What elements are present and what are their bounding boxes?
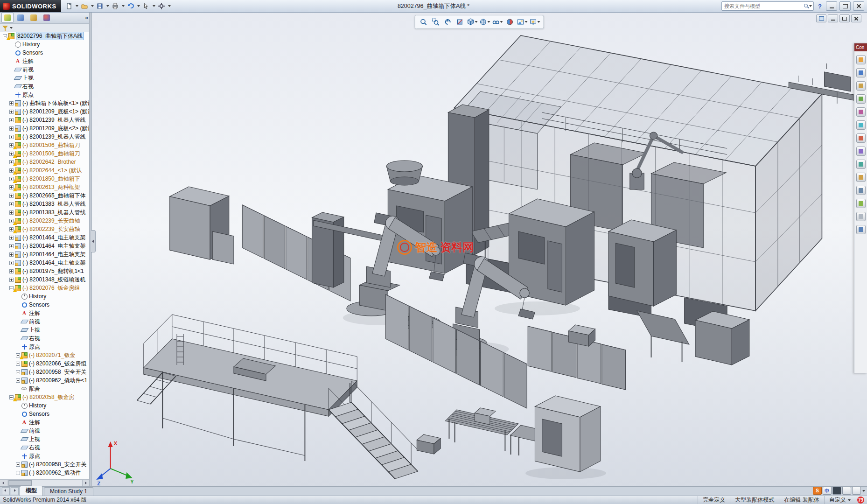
tree-expander[interactable]	[9, 126, 14, 131]
tree-expander[interactable]	[9, 202, 14, 206]
decals-icon[interactable]	[856, 147, 866, 156]
view-settings-caret-icon[interactable]	[538, 21, 540, 23]
status-customize[interactable]: 自定义	[824, 496, 855, 504]
search-box[interactable]	[721, 1, 814, 11]
tree-expander[interactable]	[9, 278, 14, 282]
panel-collapse-handle[interactable]	[91, 230, 96, 252]
print-caret-icon[interactable]	[122, 5, 125, 7]
tree-item[interactable]: (-) 82001209_底板<2> (默认	[0, 124, 90, 133]
tree-item[interactable]: (-) 82000958_安全开关	[0, 368, 90, 376]
chinese-input-icon[interactable]: 中	[823, 487, 832, 495]
zoom-area-icon[interactable]	[430, 16, 441, 28]
tree-item[interactable]: 原点	[0, 343, 90, 351]
tree-item[interactable]: (-) 82001464_电主轴支架	[0, 233, 90, 242]
solidworks-logo[interactable]: SOLIDWORKS	[0, 0, 61, 12]
graphics-area[interactable]: X Y Z	[91, 12, 867, 486]
tree-item[interactable]: (-) 82002613_两种框架	[0, 183, 90, 191]
tree-expander[interactable]	[16, 370, 20, 374]
tree-item[interactable]: (-) 82001239_机器人管线	[0, 116, 90, 124]
configurationmanager-tab[interactable]	[28, 13, 40, 23]
tree-item[interactable]: (-) 82001506_曲轴箱刀	[0, 149, 90, 158]
tree-item[interactable]: Sensors	[0, 49, 90, 57]
tree-item[interactable]: (-) 82000958_安全开关	[0, 460, 90, 469]
solidworks-rx-icon[interactable]: S	[813, 487, 822, 495]
tree-item[interactable]: (-) 82002642_Brother	[0, 158, 90, 166]
tree-item[interactable]: 配合	[0, 385, 90, 393]
scroll-right-icon[interactable]	[82, 480, 90, 486]
apply-scene-icon[interactable]	[517, 16, 528, 28]
window-minimize-button[interactable]	[826, 1, 837, 11]
new-caret-icon[interactable]	[76, 5, 78, 7]
tree-item[interactable]: (-) 82002076_钣金房组	[0, 284, 90, 292]
tree-expander[interactable]	[16, 462, 20, 467]
window-maximize-button[interactable]	[839, 1, 851, 11]
tree-expander[interactable]	[9, 252, 14, 257]
machine-tool-c[interactable]	[608, 220, 676, 306]
tree-item[interactable]: 上视	[0, 435, 90, 443]
tree-item[interactable]: 前视	[0, 427, 90, 435]
tree-item[interactable]: (-) 82002058_钣金房	[0, 393, 90, 401]
help-button[interactable]: ?	[816, 3, 824, 10]
view-orientation-caret-icon[interactable]	[475, 21, 478, 23]
options-caret-icon[interactable]	[168, 5, 171, 7]
view-palette-icon[interactable]	[856, 107, 866, 117]
window-close-button[interactable]	[853, 1, 864, 11]
tree-expander[interactable]	[9, 101, 14, 105]
tree-item[interactable]: (-) 82002239_长安曲轴	[0, 217, 90, 225]
scroll-left-icon[interactable]	[0, 480, 7, 486]
storage-rack[interactable]	[695, 311, 749, 365]
propertymanager-tab[interactable]	[14, 13, 27, 23]
ime-settings-icon[interactable]	[852, 487, 861, 495]
new-document-icon[interactable]	[63, 0, 75, 12]
tab-scroll-left-icon[interactable]	[2, 487, 10, 495]
tree-item[interactable]: 注解	[0, 418, 90, 427]
tree-item[interactable]: (-) 82001464_电主轴支架	[0, 242, 90, 250]
doc-minimize-button[interactable]	[828, 14, 838, 22]
select-caret-icon[interactable]	[153, 5, 155, 7]
tree-item[interactable]: (-) 82001506_曲轴箱刀	[0, 141, 90, 149]
scrollbar-thumb[interactable]	[8, 480, 32, 486]
featuremanager-tab[interactable]	[1, 13, 14, 23]
customize-caret-icon[interactable]	[848, 499, 851, 501]
hide-show-caret-icon[interactable]	[500, 21, 503, 23]
tree-item[interactable]: (-) 82000962_撬动件	[0, 469, 90, 477]
help-icon[interactable]	[856, 225, 866, 234]
tree-expander[interactable]	[9, 261, 14, 265]
doc-close-button[interactable]	[851, 14, 861, 22]
tree-item[interactable]: (-) 82001975_翻转机1<1	[0, 267, 90, 275]
tree-item[interactable]: 82002796_曲轴箱下体A线	[0, 32, 90, 40]
displaymanager-tab[interactable]	[41, 13, 53, 23]
resources-home-icon[interactable]	[856, 68, 866, 77]
tree-item[interactable]: 右视	[0, 82, 90, 91]
tree-expander[interactable]	[16, 378, 20, 383]
tree-horizontal-scrollbar[interactable]	[0, 479, 90, 486]
task-pane-header[interactable]: Con	[854, 43, 867, 51]
open-caret-icon[interactable]	[91, 5, 94, 7]
tree-expander[interactable]	[16, 471, 20, 475]
tree-item[interactable]: (-) 82002665_曲轴箱下体	[0, 191, 90, 200]
display-style-caret-icon[interactable]	[488, 21, 490, 23]
undo-caret-icon[interactable]	[137, 5, 140, 7]
control-cabinet-right[interactable]	[535, 396, 600, 472]
document-recovery-icon[interactable]	[856, 173, 866, 182]
forum-icon[interactable]	[856, 186, 866, 195]
doc-window-menu-icon[interactable]	[816, 14, 826, 22]
save-icon[interactable]	[94, 0, 106, 12]
tree-item[interactable]: 注解	[0, 57, 90, 65]
tree-item[interactable]: (-) 82001464_电主轴支架	[0, 250, 90, 259]
doc-restore-button[interactable]	[839, 14, 850, 22]
display-style-icon[interactable]	[479, 16, 491, 28]
tree-expander[interactable]	[16, 362, 20, 366]
tree-item[interactable]: 原点	[0, 452, 90, 460]
notification-badge[interactable]: 79	[857, 497, 864, 504]
tree-item[interactable]: 前视	[0, 317, 90, 326]
parts-feeder[interactable]	[386, 161, 422, 185]
tree-item[interactable]: Sensors	[0, 410, 90, 418]
tree-item[interactable]: History	[0, 401, 90, 410]
tree-item[interactable]: 上视	[0, 74, 90, 82]
hide-show-items-icon[interactable]	[492, 16, 503, 28]
search-icon[interactable]	[804, 4, 809, 8]
3d-viewport[interactable]: X Y Z	[91, 12, 867, 486]
zoom-fit-icon[interactable]	[418, 16, 429, 28]
tree-expander[interactable]	[9, 210, 14, 215]
